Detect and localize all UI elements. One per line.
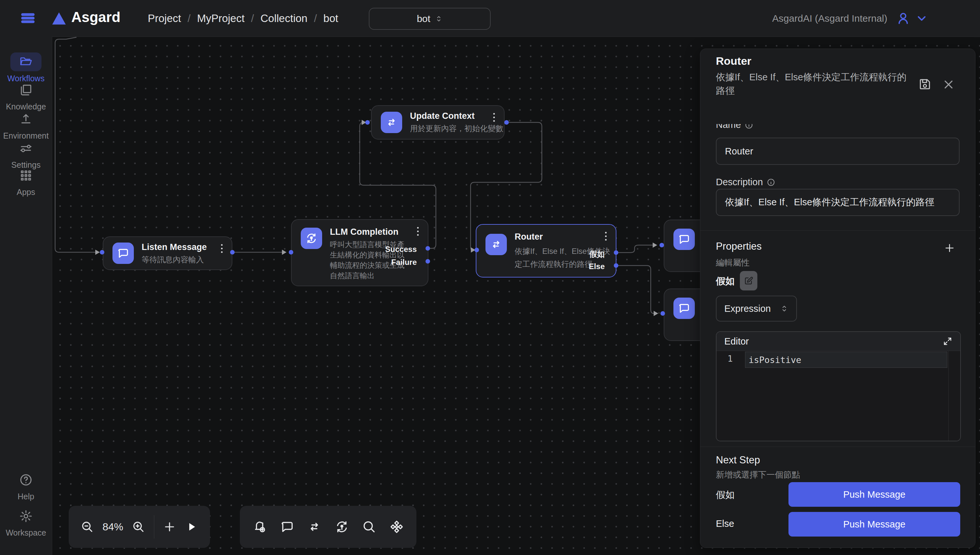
node-menu-icon[interactable] — [220, 244, 223, 255]
sliders-icon — [19, 141, 33, 155]
llm-bulb-icon — [301, 228, 322, 249]
save-icon[interactable] — [918, 77, 932, 91]
logo-text[interactable]: Asgard — [71, 9, 121, 25]
breadcrumb-bot[interactable]: bot — [323, 12, 338, 25]
push-message-button-else[interactable]: Push Message — [789, 512, 960, 537]
account-area[interactable]: AsgardAI (Asgard Internal) — [772, 0, 928, 37]
node-update-context[interactable]: Update Context 用於更新內容，初始化變數 — [371, 105, 505, 140]
node-router[interactable]: Router 依據If、Else If、Else條件決定工作流程執行的路徑 假如… — [476, 224, 616, 278]
add-property-icon[interactable] — [943, 242, 956, 254]
code-text: isPositive — [748, 355, 801, 365]
chevron-down-icon[interactable] — [915, 12, 928, 25]
node-title: Router — [515, 232, 543, 242]
book-icon — [19, 83, 33, 97]
breadcrumb-project[interactable]: Project — [148, 12, 181, 25]
editor-title: Editor — [724, 336, 749, 347]
upload-icon — [19, 112, 33, 126]
line-number: 1 — [716, 354, 744, 364]
zoom-out-icon[interactable] — [80, 520, 94, 534]
panel-title: Router — [716, 55, 751, 67]
sidebar-item-settings[interactable]: Settings — [0, 139, 52, 170]
panel-divider — [700, 230, 975, 231]
listen-message-tool-icon[interactable] — [252, 520, 267, 534]
sidebar-item-knowledge[interactable]: Knowledge — [0, 81, 52, 111]
workflow-select[interactable]: bot — [369, 8, 491, 30]
zoom-toolbar: 84% — [69, 506, 210, 548]
port-if[interactable]: 假如 — [589, 249, 605, 259]
port-else[interactable]: Else — [589, 262, 605, 271]
next-step-subtitle: 新增或選擇下一個節點 — [716, 469, 800, 481]
breadcrumb-collection[interactable]: Collection — [261, 12, 307, 25]
run-icon[interactable] — [185, 520, 198, 534]
code-area[interactable]: 1 isPositive — [716, 351, 960, 441]
asgard-logo-icon[interactable] — [51, 10, 68, 27]
swap-arrows-icon — [381, 112, 402, 133]
search-tool-icon[interactable] — [362, 520, 377, 534]
node-menu-icon[interactable] — [416, 227, 419, 238]
panel-divider — [700, 446, 975, 447]
node-menu-icon[interactable] — [604, 232, 607, 242]
property-name: 假如 — [716, 275, 735, 288]
push-message-button-if[interactable]: Push Message — [789, 482, 960, 507]
description-label-row: Description — [716, 177, 775, 188]
asgard-workflow-app: { "topbar": { "logo_text": "Asgard", "br… — [0, 0, 980, 555]
edit-property-button[interactable] — [740, 271, 757, 290]
edit-pencil-icon — [744, 276, 753, 286]
properties-subtitle: 編輯屬性 — [716, 257, 750, 268]
sidebar-item-help[interactable]: Help — [0, 470, 52, 501]
node-title: Listen Message — [142, 242, 207, 252]
select-chevrons-icon — [435, 15, 443, 22]
description-label: Description — [716, 177, 763, 188]
help-icon — [19, 473, 33, 487]
properties-title: Properties — [716, 241, 761, 252]
swap-arrows-icon — [486, 234, 507, 255]
node-subtitle: 等待訊息內容輸入 — [142, 255, 204, 265]
description-input[interactable]: 依據If、Else If、Else條件決定工作流程執行的路徑 — [716, 189, 959, 216]
node-menu-icon[interactable] — [492, 113, 496, 124]
name-label-clipped: Name — [716, 124, 753, 132]
name-label: Name — [716, 124, 741, 130]
property-type-select[interactable]: Expression — [716, 296, 797, 322]
node-listen-message[interactable]: Listen Message 等待訊息內容輸入 — [103, 236, 232, 270]
sidebar-item-apps[interactable]: Apps — [0, 166, 52, 197]
node-title: Update Context — [410, 111, 475, 121]
breadcrumb: Project/ MyProject/ Collection/ bot — [148, 0, 338, 37]
next-step-title: Next Step — [716, 454, 760, 466]
workflow-select-value: bot — [417, 13, 430, 24]
active-line: isPositive — [745, 352, 947, 368]
node-subtitle: 用於更新內容，初始化變數 — [410, 124, 503, 134]
close-icon[interactable] — [943, 79, 954, 90]
message-bubble-icon — [113, 242, 134, 264]
info-icon — [767, 178, 775, 186]
editor-scrollbar[interactable] — [948, 351, 949, 441]
port-success[interactable]: Success — [385, 245, 417, 254]
zoom-level: 84% — [102, 521, 123, 533]
folder-icon — [19, 55, 33, 69]
llm-completion-tool-icon[interactable] — [335, 520, 349, 534]
node-palette-toolbar — [240, 506, 417, 548]
sidebar-item-environment[interactable]: Environment — [0, 110, 52, 141]
next-step-row-label: Else — [716, 518, 734, 529]
panel-description: 依據If、Else If、Else條件決定工作流程執行的路徑 — [716, 70, 910, 98]
user-icon[interactable] — [896, 11, 911, 26]
select-chevrons-icon — [780, 305, 789, 313]
zoom-in-icon[interactable] — [132, 520, 145, 534]
breadcrumb-myproject[interactable]: MyProject — [197, 12, 245, 25]
name-input[interactable]: Router — [716, 138, 959, 165]
hamburger-menu-icon[interactable] — [20, 11, 35, 25]
add-icon[interactable] — [163, 520, 176, 534]
port-failure[interactable]: Failure — [391, 258, 417, 267]
update-context-tool-icon[interactable] — [307, 520, 322, 534]
info-icon — [745, 124, 753, 129]
apps-grid-icon — [19, 169, 33, 182]
expression-editor-card: Editor 1 isPositive — [716, 331, 961, 441]
push-message-tool-icon[interactable] — [280, 520, 294, 534]
nodes-diamond-icon[interactable] — [389, 520, 404, 534]
sidebar-item-workflows[interactable]: Workflows — [0, 53, 52, 83]
node-llm-completion[interactable]: LLM Completion 呼叫大型語言模型並產生結構化的資料輸出以輔助流程的… — [291, 219, 428, 286]
expand-icon[interactable] — [943, 337, 953, 346]
sidebar-item-workspace[interactable]: Workspace — [0, 507, 52, 537]
node-title: LLM Completion — [330, 227, 398, 237]
node-settings-panel: Router 依據If、Else If、Else條件決定工作流程執行的路徑 Na… — [700, 48, 975, 548]
property-type-value: Expression — [724, 303, 771, 314]
